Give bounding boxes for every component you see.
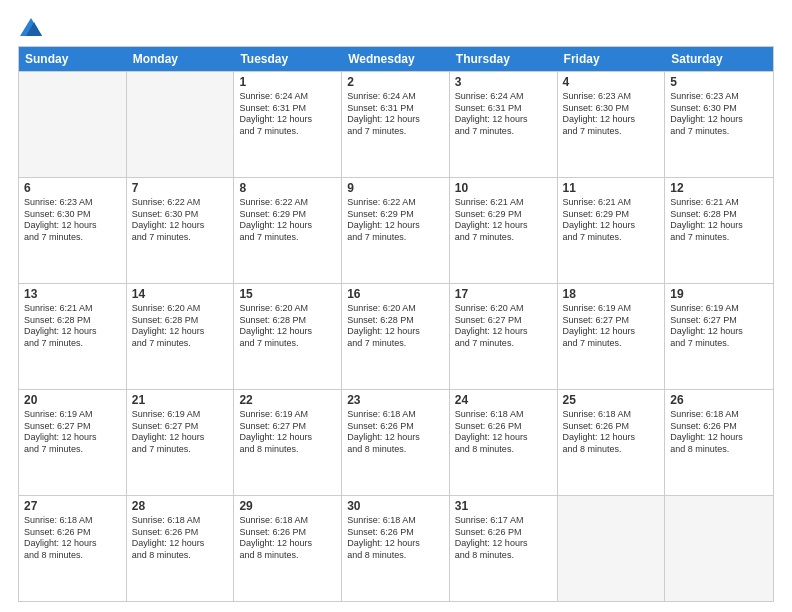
logo-icon <box>20 18 42 36</box>
calendar-cell <box>665 496 773 601</box>
calendar-cell: 6Sunrise: 6:23 AM Sunset: 6:30 PM Daylig… <box>19 178 127 283</box>
calendar-cell: 19Sunrise: 6:19 AM Sunset: 6:27 PM Dayli… <box>665 284 773 389</box>
day-number: 31 <box>455 499 552 513</box>
calendar-cell <box>19 72 127 177</box>
calendar-cell: 15Sunrise: 6:20 AM Sunset: 6:28 PM Dayli… <box>234 284 342 389</box>
cell-info: Sunrise: 6:19 AM Sunset: 6:27 PM Dayligh… <box>132 409 229 456</box>
day-number: 2 <box>347 75 444 89</box>
day-number: 28 <box>132 499 229 513</box>
header-day-monday: Monday <box>127 47 235 71</box>
cell-info: Sunrise: 6:24 AM Sunset: 6:31 PM Dayligh… <box>347 91 444 138</box>
calendar-cell: 3Sunrise: 6:24 AM Sunset: 6:31 PM Daylig… <box>450 72 558 177</box>
cell-info: Sunrise: 6:22 AM Sunset: 6:30 PM Dayligh… <box>132 197 229 244</box>
calendar-cell: 13Sunrise: 6:21 AM Sunset: 6:28 PM Dayli… <box>19 284 127 389</box>
cell-info: Sunrise: 6:20 AM Sunset: 6:27 PM Dayligh… <box>455 303 552 350</box>
header-day-wednesday: Wednesday <box>342 47 450 71</box>
cell-info: Sunrise: 6:20 AM Sunset: 6:28 PM Dayligh… <box>347 303 444 350</box>
cell-info: Sunrise: 6:19 AM Sunset: 6:27 PM Dayligh… <box>24 409 121 456</box>
day-number: 29 <box>239 499 336 513</box>
calendar-row-3: 13Sunrise: 6:21 AM Sunset: 6:28 PM Dayli… <box>19 283 773 389</box>
calendar-cell: 22Sunrise: 6:19 AM Sunset: 6:27 PM Dayli… <box>234 390 342 495</box>
day-number: 14 <box>132 287 229 301</box>
cell-info: Sunrise: 6:23 AM Sunset: 6:30 PM Dayligh… <box>24 197 121 244</box>
calendar-cell <box>558 496 666 601</box>
cell-info: Sunrise: 6:24 AM Sunset: 6:31 PM Dayligh… <box>239 91 336 138</box>
cell-info: Sunrise: 6:20 AM Sunset: 6:28 PM Dayligh… <box>132 303 229 350</box>
page: SundayMondayTuesdayWednesdayThursdayFrid… <box>0 0 792 612</box>
calendar-cell: 28Sunrise: 6:18 AM Sunset: 6:26 PM Dayli… <box>127 496 235 601</box>
day-number: 12 <box>670 181 768 195</box>
calendar-cell: 12Sunrise: 6:21 AM Sunset: 6:28 PM Dayli… <box>665 178 773 283</box>
day-number: 25 <box>563 393 660 407</box>
header <box>18 18 774 36</box>
calendar-cell: 23Sunrise: 6:18 AM Sunset: 6:26 PM Dayli… <box>342 390 450 495</box>
cell-info: Sunrise: 6:20 AM Sunset: 6:28 PM Dayligh… <box>239 303 336 350</box>
cell-info: Sunrise: 6:18 AM Sunset: 6:26 PM Dayligh… <box>347 409 444 456</box>
day-number: 13 <box>24 287 121 301</box>
day-number: 5 <box>670 75 768 89</box>
calendar-cell: 30Sunrise: 6:18 AM Sunset: 6:26 PM Dayli… <box>342 496 450 601</box>
day-number: 1 <box>239 75 336 89</box>
calendar-body: 1Sunrise: 6:24 AM Sunset: 6:31 PM Daylig… <box>19 71 773 601</box>
cell-info: Sunrise: 6:24 AM Sunset: 6:31 PM Dayligh… <box>455 91 552 138</box>
header-day-friday: Friday <box>558 47 666 71</box>
calendar-cell: 27Sunrise: 6:18 AM Sunset: 6:26 PM Dayli… <box>19 496 127 601</box>
cell-info: Sunrise: 6:18 AM Sunset: 6:26 PM Dayligh… <box>670 409 768 456</box>
logo <box>18 18 42 36</box>
calendar-cell: 20Sunrise: 6:19 AM Sunset: 6:27 PM Dayli… <box>19 390 127 495</box>
day-number: 24 <box>455 393 552 407</box>
cell-info: Sunrise: 6:18 AM Sunset: 6:26 PM Dayligh… <box>455 409 552 456</box>
day-number: 20 <box>24 393 121 407</box>
calendar-cell: 2Sunrise: 6:24 AM Sunset: 6:31 PM Daylig… <box>342 72 450 177</box>
day-number: 19 <box>670 287 768 301</box>
day-number: 23 <box>347 393 444 407</box>
cell-info: Sunrise: 6:21 AM Sunset: 6:29 PM Dayligh… <box>455 197 552 244</box>
calendar-cell: 21Sunrise: 6:19 AM Sunset: 6:27 PM Dayli… <box>127 390 235 495</box>
calendar-cell: 5Sunrise: 6:23 AM Sunset: 6:30 PM Daylig… <box>665 72 773 177</box>
day-number: 18 <box>563 287 660 301</box>
calendar-cell <box>127 72 235 177</box>
calendar-cell: 24Sunrise: 6:18 AM Sunset: 6:26 PM Dayli… <box>450 390 558 495</box>
calendar-cell: 4Sunrise: 6:23 AM Sunset: 6:30 PM Daylig… <box>558 72 666 177</box>
calendar-cell: 7Sunrise: 6:22 AM Sunset: 6:30 PM Daylig… <box>127 178 235 283</box>
calendar-cell: 8Sunrise: 6:22 AM Sunset: 6:29 PM Daylig… <box>234 178 342 283</box>
cell-info: Sunrise: 6:19 AM Sunset: 6:27 PM Dayligh… <box>239 409 336 456</box>
header-day-thursday: Thursday <box>450 47 558 71</box>
calendar-cell: 26Sunrise: 6:18 AM Sunset: 6:26 PM Dayli… <box>665 390 773 495</box>
calendar-cell: 31Sunrise: 6:17 AM Sunset: 6:26 PM Dayli… <box>450 496 558 601</box>
cell-info: Sunrise: 6:18 AM Sunset: 6:26 PM Dayligh… <box>563 409 660 456</box>
calendar-cell: 11Sunrise: 6:21 AM Sunset: 6:29 PM Dayli… <box>558 178 666 283</box>
header-day-saturday: Saturday <box>665 47 773 71</box>
cell-info: Sunrise: 6:22 AM Sunset: 6:29 PM Dayligh… <box>239 197 336 244</box>
calendar-header: SundayMondayTuesdayWednesdayThursdayFrid… <box>19 47 773 71</box>
calendar-cell: 25Sunrise: 6:18 AM Sunset: 6:26 PM Dayli… <box>558 390 666 495</box>
calendar-cell: 14Sunrise: 6:20 AM Sunset: 6:28 PM Dayli… <box>127 284 235 389</box>
calendar-row-4: 20Sunrise: 6:19 AM Sunset: 6:27 PM Dayli… <box>19 389 773 495</box>
cell-info: Sunrise: 6:18 AM Sunset: 6:26 PM Dayligh… <box>347 515 444 562</box>
day-number: 15 <box>239 287 336 301</box>
header-day-sunday: Sunday <box>19 47 127 71</box>
day-number: 10 <box>455 181 552 195</box>
cell-info: Sunrise: 6:21 AM Sunset: 6:28 PM Dayligh… <box>670 197 768 244</box>
calendar-cell: 10Sunrise: 6:21 AM Sunset: 6:29 PM Dayli… <box>450 178 558 283</box>
day-number: 22 <box>239 393 336 407</box>
cell-info: Sunrise: 6:23 AM Sunset: 6:30 PM Dayligh… <box>563 91 660 138</box>
calendar-cell: 29Sunrise: 6:18 AM Sunset: 6:26 PM Dayli… <box>234 496 342 601</box>
calendar-cell: 1Sunrise: 6:24 AM Sunset: 6:31 PM Daylig… <box>234 72 342 177</box>
day-number: 21 <box>132 393 229 407</box>
calendar-cell: 16Sunrise: 6:20 AM Sunset: 6:28 PM Dayli… <box>342 284 450 389</box>
calendar-row-1: 1Sunrise: 6:24 AM Sunset: 6:31 PM Daylig… <box>19 71 773 177</box>
calendar-cell: 18Sunrise: 6:19 AM Sunset: 6:27 PM Dayli… <box>558 284 666 389</box>
day-number: 26 <box>670 393 768 407</box>
day-number: 4 <box>563 75 660 89</box>
day-number: 11 <box>563 181 660 195</box>
day-number: 27 <box>24 499 121 513</box>
day-number: 6 <box>24 181 121 195</box>
cell-info: Sunrise: 6:23 AM Sunset: 6:30 PM Dayligh… <box>670 91 768 138</box>
cell-info: Sunrise: 6:19 AM Sunset: 6:27 PM Dayligh… <box>670 303 768 350</box>
cell-info: Sunrise: 6:21 AM Sunset: 6:28 PM Dayligh… <box>24 303 121 350</box>
cell-info: Sunrise: 6:19 AM Sunset: 6:27 PM Dayligh… <box>563 303 660 350</box>
calendar-row-5: 27Sunrise: 6:18 AM Sunset: 6:26 PM Dayli… <box>19 495 773 601</box>
day-number: 16 <box>347 287 444 301</box>
cell-info: Sunrise: 6:18 AM Sunset: 6:26 PM Dayligh… <box>239 515 336 562</box>
